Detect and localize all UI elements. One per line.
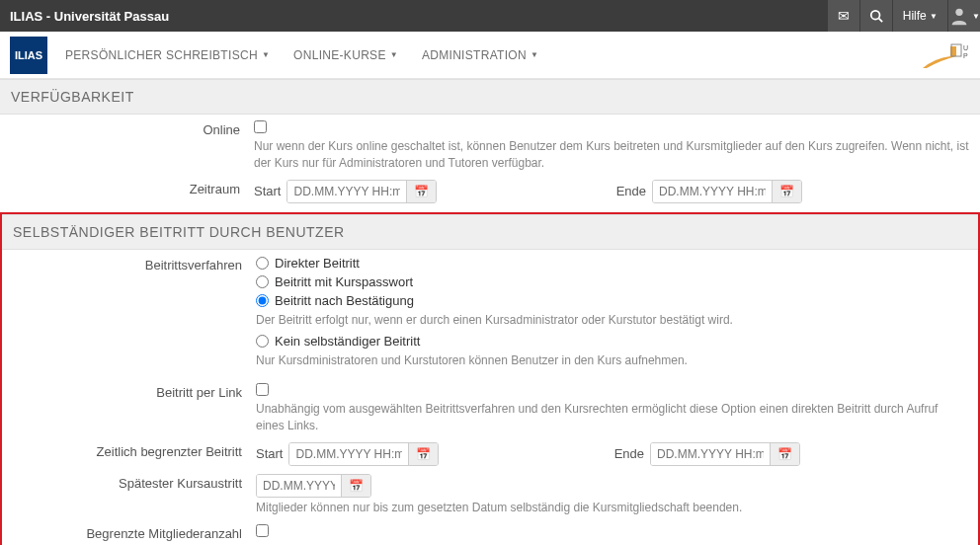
mail-icon[interactable]: ✉ [828, 0, 859, 32]
exit-input[interactable] [257, 475, 341, 497]
radio-direct-label: Direkter Beitritt [275, 256, 360, 271]
radio-confirm-label: Beitritt nach Bestätigung [275, 293, 414, 308]
limit-checkbox[interactable] [256, 524, 269, 537]
svg-text:P: P [963, 52, 968, 59]
exit-help: Mitglieder können nur bis zum gesetzten … [256, 500, 968, 516]
online-help: Nur wenn der Kurs online geschaltet ist,… [254, 138, 970, 172]
university-logo: UP [921, 40, 970, 70]
radio-none-help: Nur Kursdministratoren und Kurstutoren k… [256, 352, 968, 369]
svg-point-2 [955, 9, 962, 16]
radio-none[interactable] [256, 335, 269, 348]
section-availability-header: VERFÜGBARKEIT [0, 79, 980, 115]
period-label: Zeitraum [10, 180, 254, 203]
procedure-label: Beitrittsverfahren [12, 256, 256, 376]
ilias-logo[interactable]: ILIAS [10, 37, 47, 74]
link-label: Beitritt per Link [12, 383, 256, 434]
calendar-icon[interactable]: 📅 [772, 181, 801, 202]
section-registration-header: SELBSTÄNDIGER BEITRITT DURCH BENUTZER [2, 214, 978, 250]
nav-personal-desktop[interactable]: PERSÖNLICHER SCHREIBTISCH▼ [65, 48, 270, 62]
svg-line-1 [878, 19, 882, 23]
timed-start-label: Start [256, 446, 283, 461]
period-end-label: Ende [616, 184, 646, 198]
svg-text:U: U [963, 44, 968, 51]
top-bar: ILIAS - Universität Passau ✉ Hilfe ▼ ▼ [0, 0, 980, 32]
radio-direct[interactable] [256, 257, 269, 270]
calendar-icon[interactable]: 📅 [770, 443, 799, 465]
timed-label: Zeitlich begrenzter Beitritt [12, 442, 256, 466]
svg-point-0 [870, 11, 879, 20]
timed-end-input[interactable] [651, 443, 770, 465]
highlighted-section: SELBSTÄNDIGER BEITRITT DURCH BENUTZER Be… [0, 212, 980, 545]
search-icon[interactable] [860, 0, 892, 32]
app-title: ILIAS - Universität Passau [10, 9, 827, 24]
nav-online-courses[interactable]: ONLINE-KURSE▼ [293, 48, 398, 62]
radio-confirm[interactable] [256, 294, 269, 307]
period-start-input[interactable] [287, 181, 406, 202]
user-menu[interactable]: ▼ [948, 0, 980, 32]
radio-password[interactable] [256, 275, 269, 288]
radio-password-label: Beitritt mit Kurspasswort [275, 274, 413, 289]
calendar-icon[interactable]: 📅 [406, 181, 436, 202]
period-start-label: Start [254, 184, 281, 198]
online-label: Online [10, 120, 254, 172]
main-nav: ILIAS PERSÖNLICHER SCHREIBTISCH▼ ONLINE-… [0, 32, 980, 79]
calendar-icon[interactable]: 📅 [341, 475, 370, 497]
help-button[interactable]: Hilfe ▼ [893, 0, 947, 32]
radio-none-label: Kein selbständiger Beitritt [275, 334, 420, 349]
radio-confirm-help: Der Beitritt erfolgt nur, wenn er durch … [256, 312, 968, 329]
link-checkbox[interactable] [256, 383, 269, 396]
timed-start-input[interactable] [289, 443, 408, 465]
link-help: Unabhängig vom ausgewählten Beitrittsver… [256, 401, 968, 434]
online-checkbox[interactable] [254, 120, 267, 133]
nav-administration[interactable]: ADMINISTRATION▼ [422, 48, 538, 62]
limit-help: Es kann eine minimale bzw. maximale Anza… [256, 542, 968, 545]
exit-label: Spätester Kursaustritt [12, 474, 256, 516]
limit-label: Begrenzte Mitgliederanzahl [12, 524, 256, 545]
period-end-input[interactable] [653, 181, 772, 202]
timed-end-label: Ende [614, 446, 644, 461]
calendar-icon[interactable]: 📅 [408, 443, 438, 465]
